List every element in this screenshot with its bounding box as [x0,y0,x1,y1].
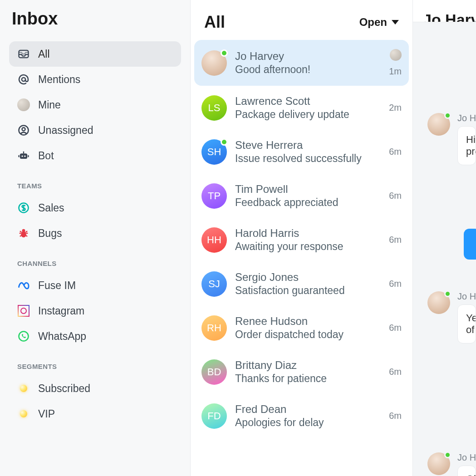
conversation-name: Harold Harris [235,227,381,240]
message-sender: Jo Harvey [457,452,476,463]
conversation-list-column: All Open Jo HarveyGood afternoon!1mLSLaw… [191,0,413,476]
message-out [464,229,476,260]
dollar-icon [17,201,30,214]
conversation-time: 6m [389,367,402,377]
conversation-preview: Good afternoon! [235,64,381,76]
conversation-name: Renee Hudson [235,315,381,328]
conversation-name: Tim Powell [235,183,381,196]
conversation-time: 2m [389,103,402,113]
message-bubble: Okay thanks. [457,466,476,476]
svg-rect-8 [18,155,19,157]
avatar-icon [17,98,30,111]
conversation-detail-column: Jo Harvey Jo Harvey Hi there, I need hel… [413,0,476,476]
conversation-time: 6m [389,235,402,245]
sidebar-item-bugs[interactable]: Bugs [9,221,181,246]
svg-point-12 [22,229,25,232]
conversation-item[interactable]: BDBrittany DiazThanks for patience6m [194,350,409,394]
conversation-name: Steve Herrera [235,139,381,152]
sidebar-item-unassigned[interactable]: Unassigned [9,118,181,143]
avatar: BD [201,359,227,385]
conversation-name: Fred Dean [235,403,381,416]
filter-open-dropdown[interactable]: Open [359,16,399,29]
sidebar-item-label: All [38,48,50,60]
whatsapp-icon [17,330,30,343]
conversation-item[interactable]: HHHarold HarrisAwaiting your response6m [194,218,409,262]
conversation-preview: Thanks for patience [235,373,381,385]
sidebar-item-label: Instagram [38,305,84,317]
section-header-teams: TEAMS [17,182,181,190]
conversation-item[interactable]: Jo HarveyGood afternoon!1m [194,40,409,86]
conversation-item[interactable]: RHRenee HudsonOrder dispatched today6m [194,306,409,350]
conversation-preview: Package delivery update [235,108,381,121]
conversation-time: 6m [389,279,402,289]
sidebar-item-fuseim[interactable]: Fuse IM [9,273,181,298]
list-header: All Open [191,0,412,40]
sidebar-item-mentions[interactable]: Mentions [9,67,181,92]
avatar: RH [201,315,227,341]
conversation-item[interactable]: SJSergio JonesSatisfaction guaranteed6m [194,262,409,306]
channels-list: Fuse IM Instagram WhatsApp [9,273,181,349]
message-bubble: Yes, I recently bought a set of headphon… [457,304,476,344]
avatar [427,291,450,314]
sidebar-item-label: Mine [38,99,61,111]
avatar [427,452,450,475]
section-header-channels: CHANNELS [17,260,181,267]
svg-point-5 [21,156,23,157]
assignee-avatar [390,49,402,61]
sidebar-item-instagram[interactable]: Instagram [9,298,181,324]
bug-icon [17,227,30,240]
online-indicator-icon [221,138,228,146]
conversation-item[interactable]: FDFred DeanApologies for delay6m [194,394,409,438]
sidebar-item-label: VIP [38,408,55,420]
message-sender: Jo Harvey [457,291,476,302]
conversation-item[interactable]: SHSteve HerreraIssue resolved successful… [194,130,409,174]
caret-down-icon [392,20,399,25]
sidebar-item-label: Mentions [38,74,80,86]
conversation-preview: Issue resolved successfully [235,152,381,165]
avatar: HH [201,227,227,253]
messages: Jo Harvey Hi there, I need help with a p… [413,22,476,476]
sidebar-item-mine[interactable]: Mine [9,92,181,118]
message-in: Jo Harvey Hi there, I need help with a p… [427,113,476,165]
avatar: FD [201,403,227,429]
sidebar-item-subscribed[interactable]: Subscribed [9,376,181,401]
instagram-icon [17,304,30,317]
conversation-item[interactable]: LSLawrence ScottPackage delivery update2… [194,86,409,130]
conversation-preview: Satisfaction guaranteed [235,285,381,297]
avatar: TP [201,183,227,209]
person-icon [17,124,30,137]
sidebar-item-label: Bugs [38,227,62,240]
sidebar-item-whatsapp[interactable]: WhatsApp [9,324,181,349]
inbox-icon [17,48,30,60]
at-icon [17,73,30,86]
svg-point-13 [19,332,29,341]
conversation-name: Sergio Jones [235,271,381,284]
sidebar-item-label: Sales [38,202,64,214]
sidebar-item-label: Bot [38,150,54,162]
sidebar: Inbox All Mentions Mine Unassigned [0,0,191,476]
sidebar-item-label: Fuse IM [38,280,76,292]
sidebar-item-bot[interactable]: Bot [9,143,181,168]
conversation-preview: Awaiting your response [235,240,381,253]
sidebar-item-all[interactable]: All [9,41,181,67]
segments-list: Subscribed VIP [9,376,181,427]
sidebar-item-vip[interactable]: VIP [9,401,181,427]
sidebar-item-label: Unassigned [38,124,93,137]
dot-icon [20,410,27,417]
message-in: Jo Harvey Yes, I recently bought a set o… [427,291,476,344]
teams-list: Sales Bugs [9,195,181,246]
svg-rect-7 [23,152,24,154]
conversation-preview: Apologies for delay [235,417,381,429]
conversation-item[interactable]: TPTim PowellFeedback appreciated6m [194,174,409,218]
dot-icon [20,385,27,392]
sidebar-item-label: WhatsApp [38,330,86,343]
conversation-preview: Order dispatched today [235,329,381,341]
svg-rect-9 [28,155,29,157]
sidebar-item-sales[interactable]: Sales [9,195,181,221]
conversation-time: 1m [389,66,402,77]
detail-title: Jo Harvey [413,0,476,22]
conversation-preview: Feedback appreciated [235,196,381,209]
list-title: All [204,13,225,32]
avatar [427,113,450,136]
conversation-name: Jo Harvey [235,50,381,63]
